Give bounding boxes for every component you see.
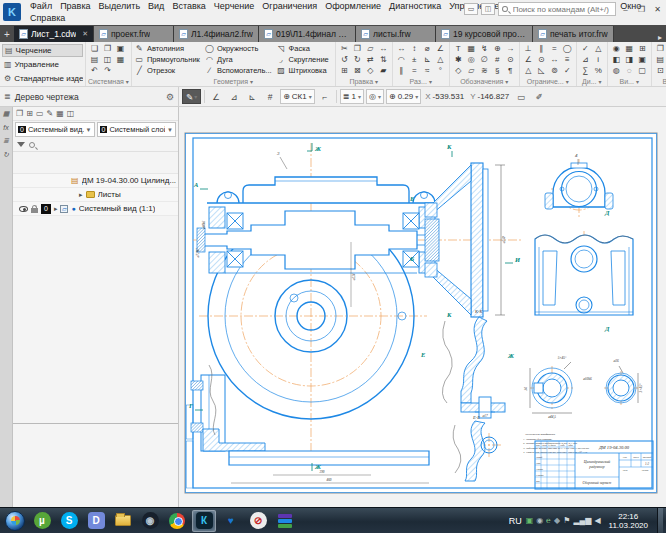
empty-view-icon[interactable]: ▢ [636,65,649,76]
arc-button[interactable]: ◠Дуга [204,54,272,65]
menu-item-7[interactable]: Оформление [321,1,385,11]
right-angle-icon[interactable]: ◺ [535,65,548,76]
menu-item-0[interactable]: Файл [26,1,56,11]
segment-button[interactable]: ╱Отрезок [134,65,200,76]
text-icon[interactable]: T [452,43,465,54]
kompas-icon[interactable]: К [192,510,216,532]
tray-e-icon[interactable]: ℮ [546,517,551,525]
check-icon[interactable]: ✓ [579,43,592,54]
chamfer-button[interactable]: ◹Фаска [276,43,329,54]
ortho-mode-button[interactable]: ⌐ [317,89,333,104]
show-structure-icon[interactable]: ▭ [36,109,44,118]
show-desktop-button[interactable] [657,508,663,533]
table-icon[interactable]: ▦ [465,43,478,54]
menu-item-8[interactable]: Диагностика [385,1,445,11]
tree-item-sheets[interactable]: ▸ Листы [13,188,178,202]
insert-fragment-icon[interactable]: ❐ [654,43,666,54]
collinear-icon[interactable]: ≡ [561,54,574,65]
scale-icon[interactable]: ⇅ [377,54,390,65]
half-left-icon[interactable]: ◧ [610,54,623,65]
mirror-icon[interactable]: ⇄ [364,54,377,65]
command-search[interactable] [498,2,616,16]
document-tab[interactable]: ▱проект.frw [94,26,174,42]
circle-button[interactable]: ◯Окружность [204,43,272,54]
frame-view-icon[interactable]: ▣ [636,54,649,65]
layers-panel-icon[interactable]: ≣ [3,137,9,145]
document-tab[interactable]: ▱листы.frw [356,26,436,42]
discord-icon[interactable]: D [84,510,108,532]
skype-icon[interactable]: S [57,510,81,532]
save-document-icon[interactable]: ▣ [114,43,127,54]
info-icon[interactable]: i [592,54,605,65]
document-tab[interactable]: ▱Л1.4финал2.frw [174,26,259,42]
grid-view-icon[interactable]: ▦ [623,43,636,54]
menu-item-3[interactable]: Вид [144,1,168,11]
chrome-icon[interactable] [165,510,189,532]
paragraph-icon[interactable]: ¶ [504,65,517,76]
delete-part-icon[interactable]: ⊠ [351,65,364,76]
eyedropper-button[interactable]: ✐ [531,89,547,104]
fix-icon[interactable]: ✓ [561,65,574,76]
layer-filter-dropdown[interactable]: 0 Системный слой ▼ [97,122,177,137]
wave-icon[interactable]: ≋ [478,65,491,76]
fill-icon[interactable]: ▰ [377,65,390,76]
measure-button[interactable]: ▭ [513,89,529,104]
document-tab[interactable]: ▱печать итог.frw [533,26,614,42]
leader-icon[interactable]: ↯ [478,43,491,54]
expand-arrow-icon[interactable]: ▸ [54,205,58,213]
menu-item-2[interactable]: Выделить [95,1,145,11]
equal-dim-icon[interactable]: = [408,65,421,76]
horizontal-icon[interactable]: ↔ [548,54,561,65]
diameter-dim-icon[interactable]: ⌀ [421,43,434,54]
tray-volume-icon[interactable]: ◀ [594,517,600,525]
diameter-sign-icon[interactable]: ∅ [478,54,491,65]
arc-dim-icon[interactable]: ◠ [395,54,408,65]
coincident-icon[interactable]: ⊚ [548,65,561,76]
marker-icon[interactable]: ◇ [452,65,465,76]
paste-icon[interactable]: ▱ [364,43,377,54]
parallel-dim-icon[interactable]: ∥ [395,65,408,76]
mode-tab-Черчение[interactable]: ▤Черчение [2,44,83,57]
minimize-button[interactable]: – [619,3,632,15]
document-tab[interactable]: ▱019\Л1.4финал 2.frw [259,26,356,42]
rotate-left-icon[interactable]: ↺ [338,54,351,65]
menu-item-6[interactable]: Ограничения [258,1,321,11]
half-right-icon[interactable]: ◨ [623,54,636,65]
grid-sign-icon[interactable]: # [491,54,504,65]
shade-icon[interactable]: ◍ [610,65,623,76]
open-document-icon[interactable]: ❐ [101,43,114,54]
degree-dim-icon[interactable]: ° [434,65,447,76]
print-preview-icon[interactable]: ◫ [101,54,114,65]
gear-icon[interactable]: ⚙ [166,92,174,102]
drawing-sheet-svg[interactable]: ⌀72H7 ⌀40k6 ⌀224 ⌀250 390 460 5×45° ⌀50k… [179,107,666,507]
heart-icon[interactable]: ♥ [219,510,243,532]
sum-icon[interactable]: ∑ [579,65,592,76]
hidden-icon[interactable]: ◌ [623,65,636,76]
mode-tab-Управление[interactable]: ▥Управление [2,58,83,71]
angle-measure-icon[interactable]: ⊿ [579,54,592,65]
search-icon[interactable] [29,142,35,148]
tray-network-icon[interactable]: ▂▄▆ [573,517,591,525]
angle-icon[interactable]: ∠ [522,54,535,65]
radial-icon[interactable]: △ [434,54,447,65]
drawing-canvas[interactable]: ⌀72H7 ⌀40k6 ⌀224 ⌀250 390 460 5×45° ⌀50k… [179,107,666,507]
expand-arrow-icon[interactable]: ▸ [79,191,83,199]
menu-item-5[interactable]: Черчение [210,1,259,11]
edit-mode-icon[interactable]: ✎ [46,109,53,118]
fillet-button[interactable]: ◞Скругление [276,54,329,65]
new-document-icon[interactable]: ❏ [88,43,101,54]
zoom-tool-dropdown[interactable]: ◎▾ [366,89,384,104]
coordinate-system-select-dropdown[interactable]: ⊕СК1▾ [280,89,315,104]
rectangle-button[interactable]: ▭Прямоугольник [134,54,200,65]
tray-gray-icon[interactable]: ◉ [536,517,543,525]
snap-alignment-button[interactable]: ⊿ [226,89,242,104]
blocked-icon[interactable]: ⊘ [246,510,270,532]
zoom-all-icon[interactable]: ◉ [610,43,623,54]
datum-icon[interactable]: ⊙ [504,54,517,65]
grid-toggle-button[interactable]: # [262,89,278,104]
filter-icon[interactable] [17,142,25,147]
document-tab[interactable]: ▱19 курсовой проект... [436,26,533,42]
perpendicular-icon[interactable]: ⊥ [522,43,535,54]
language-indicator[interactable]: RU [509,516,522,526]
mode-tab-Стандартные изделия[interactable]: ⚙Стандартные изделия [2,72,83,85]
